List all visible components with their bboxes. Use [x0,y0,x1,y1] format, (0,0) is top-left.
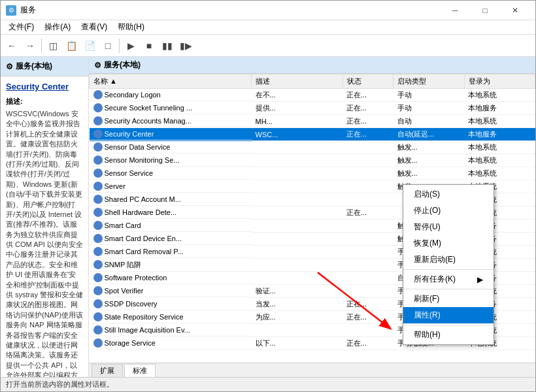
service-status: 正在... [343,206,394,220]
service-status: 正在... [343,298,394,311]
ctx-item-resume[interactable]: 恢复(M) [403,235,494,252]
col-header-name[interactable]: 名称 ▲ [90,74,252,89]
sidebar: ⚙ 服务(本地) Security Center 描述: WSCSVC(Wind… [1,57,89,377]
service-startup: 触发... [394,167,465,180]
service-icon [93,155,103,165]
panel-header: ⚙ 服务(本地) [89,57,535,74]
col-header-desc[interactable]: 描述 [252,74,343,89]
service-desc [252,272,343,285]
table-row[interactable]: Security Accounts Manag...MH...正在...自动本地… [90,115,535,128]
back-button[interactable]: ← [3,37,20,54]
main-window: ⚙ 服务 ─ □ ✕ 文件(F) 操作(A) 查看(V) 帮助(H) ← → ◫… [0,0,536,392]
toolbar-btn-export[interactable]: 📄 [81,37,98,54]
ctx-submenu-arrow: ▶ [477,275,483,284]
table-row[interactable]: Sensor Data Service触发...本地系统 [90,141,535,154]
service-name: Sensor Service [105,169,154,177]
service-startup: 触发... [394,141,465,154]
service-icon [93,234,103,243]
table-row[interactable]: Sensor Monitoring Se...触发...本地系统 [90,154,535,167]
toolbar-btn-play[interactable]: ▶ [122,37,139,54]
ctx-item-properties[interactable]: 属性(R) [403,307,494,323]
toolbar-btn-restart[interactable]: ▮▶ [177,37,194,54]
service-name: Security Accounts Manag... [105,117,192,125]
service-desc: 为应... [252,311,343,324]
service-status [343,180,394,193]
service-startup: 手动 [394,102,465,115]
service-name: Still Image Acquisition Ev... [105,326,190,334]
table-row[interactable]: Secondary Logon在不...正在...手动本地系统 [90,89,535,102]
ctx-item-start[interactable]: 启动(S) [403,186,494,203]
toolbar-btn-pause[interactable]: ▮▮ [159,37,176,54]
maximize-button[interactable]: □ [470,1,500,20]
content-area: ⚙ 服务(本地) Security Center 描述: WSCSVC(Wind… [1,57,535,377]
menu-file[interactable]: 文件(F) [3,20,39,34]
col-header-login[interactable]: 登录为 [464,74,535,89]
service-startup: 手动 [394,89,465,102]
service-name: Sensor Monitoring Se... [105,156,180,164]
service-desc [252,246,343,259]
table-row[interactable]: Sensor Service触发...本地系统 [90,167,535,180]
service-icon [93,116,103,125]
toolbar-btn-grid[interactable]: ◫ [44,37,61,54]
menu-view[interactable]: 查看(V) [76,20,112,34]
menu-bar: 文件(F) 操作(A) 查看(V) 帮助(H) [1,20,535,35]
right-panel: ⚙ 服务(本地) 名称 ▲ 描述 状态 启动类型 登录为 [89,57,535,377]
sidebar-description: WSCSVC(Windows 安全中心)服务监视并报告计算机上的安全健康设置。健… [6,109,83,377]
sidebar-header: ⚙ 服务(本地) [1,57,88,76]
toolbar-btn-copy[interactable]: 📋 [63,37,80,54]
toolbar-btn-refresh[interactable]: □ [99,37,116,54]
service-desc [252,180,343,193]
service-name: SSDP Discovery [105,300,158,308]
service-desc [252,206,343,220]
close-button[interactable]: ✕ [500,1,530,20]
service-status [343,167,394,180]
service-name: Smart Card Device En... [105,235,182,242]
title-bar: ⚙ 服务 ─ □ ✕ [1,1,535,20]
col-header-status[interactable]: 状态 [343,74,394,89]
sidebar-selected-service[interactable]: Security Center [6,82,83,91]
service-icon [93,273,103,282]
service-desc [252,220,343,233]
service-desc: WSC... [252,128,343,141]
ctx-item-restart[interactable]: 重新启动(E) [403,252,494,268]
service-icon [93,90,103,99]
service-name: SNMP 陷阱 [105,260,142,270]
ctx-item-stop[interactable]: 停止(O) [403,203,494,219]
toolbar-btn-stop[interactable]: ■ [141,37,158,54]
service-name: Sensor Data Service [105,143,171,151]
service-login: 本地系统 [464,154,535,167]
ctx-item-help[interactable]: 帮助(H) [403,327,494,343]
service-login: 本地系统 [464,89,535,102]
sidebar-content: Security Center 描述: WSCSVC(Windows 安全中心)… [1,76,88,377]
ctx-item-pause[interactable]: 暂停(U) [403,219,494,235]
menu-help[interactable]: 帮助(H) [112,20,150,34]
service-icon [93,221,103,230]
col-header-startup[interactable]: 启动类型 [394,74,465,89]
service-desc [252,141,343,154]
ctx-item-all-tasks[interactable]: 所有任务(K)▶ [403,271,494,287]
service-name: Software Protection [105,274,167,282]
forward-button[interactable]: → [22,37,39,54]
service-status [343,141,394,154]
window-title: 服务 [20,5,440,16]
service-desc [252,233,343,246]
service-status [343,233,394,246]
table-row[interactable]: Security CenterWSC...正在...自动(延迟...本地服务 [90,128,535,141]
service-status: 正在... [343,311,394,324]
table-row[interactable]: Secure Socket Tunneling ...提供...正在...手动本… [90,102,535,115]
tab-extended[interactable]: 扩展 [92,364,123,377]
service-status [343,324,394,337]
sidebar-header-label: 服务(本地) [16,61,52,72]
service-login: 本地系统 [464,141,535,154]
service-name: State Repository Service [105,313,184,321]
menu-action[interactable]: 操作(A) [39,20,76,34]
service-desc [252,154,343,167]
tab-standard[interactable]: 标准 [124,364,156,377]
service-status [343,246,394,259]
service-icon [93,338,103,348]
service-name: Spot Verifier [105,287,144,295]
ctx-item-refresh[interactable]: 刷新(F) [403,291,494,307]
minimize-button[interactable]: ─ [440,1,470,20]
context-menu: 启动(S)停止(O)暂停(U)恢复(M)重新启动(E)所有任务(K)▶刷新(F)… [403,184,494,345]
service-status [343,220,394,233]
